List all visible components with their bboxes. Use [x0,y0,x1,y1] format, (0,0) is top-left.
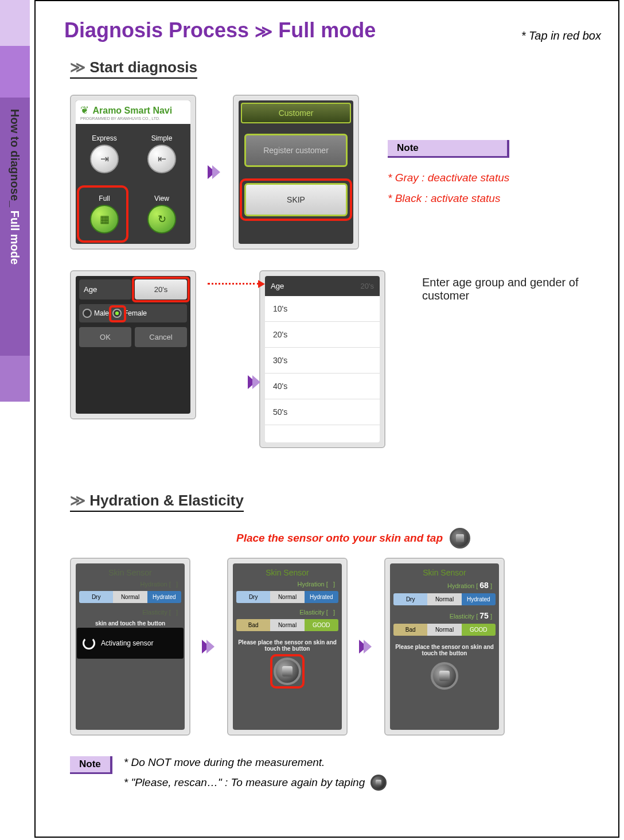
sensor-msg: skin and touch the button [79,620,181,627]
customer-tab[interactable]: Customer [241,103,351,123]
activating-overlay: Activating sensor [77,628,184,659]
flow-arrow-icon [248,375,262,389]
register-customer-button[interactable]: Register customer [244,134,348,167]
flow-arrow-icon [202,640,216,654]
section-hydration-elasticity: ≫ Hydration & Elasticity [70,492,244,512]
highlight-box [132,277,190,302]
side-tab-decoration [0,46,30,98]
hydration-scale: DryNormalHydrated [236,591,338,603]
highlight-box [270,654,305,689]
elasticity-scale: BadNormalGOOD [393,624,496,636]
gender-female[interactable]: Female [112,309,147,318]
age-option[interactable]: 40's [265,374,380,399]
skin-sensor-title: Skin Sensor [79,567,181,578]
sensor-msg: Please place the sensor on skin and touc… [236,639,338,652]
sensor-tap-icon [370,775,387,791]
age-instruction: Enter age group and gender of customer [422,276,583,302]
screenshot-age-gender: Age 20's Male Female OK Cancel [70,270,196,419]
mode-simple[interactable]: Simple⇤ [133,124,190,184]
elasticity-value: 75 [479,611,489,620]
section-start-diagnosis: ≫ Start diagnosis [70,59,197,79]
highlight-box [77,185,128,243]
hydration-scale: DryNormalHydrated [79,591,181,603]
highlight-box [109,305,126,322]
tap-hint: * Tap in red box [521,29,601,42]
side-label: How to diagnose_ Full mode [8,109,21,265]
spinner-icon [83,637,95,650]
app-subtitle: PROGRAMMED BY ARAMHUVIS CO., LTD. [80,116,186,120]
sensor-button[interactable] [274,658,301,685]
mode-full[interactable]: Full▦ [76,184,133,244]
flow-arrow-icon [208,165,221,179]
note-tag: Note [388,140,509,158]
elasticity-scale: BadNormalGOOD [236,619,338,631]
sensor-tap-icon [450,528,470,549]
note-tag: Note [70,756,112,774]
age-option[interactable]: 10's [265,296,380,322]
age-value-button[interactable]: 20's [135,279,187,300]
place-sensor-hint: Place the sensor onto your skin and tap [236,532,443,545]
age-list-dim: 20's [361,282,374,290]
page-title: Diagnosis Process ≫ Full mode [64,18,376,42]
note-black: * Black : activate status [388,192,509,205]
age-label: Age [79,279,131,300]
age-option[interactable]: 20's [265,322,380,348]
leaf-icon: ❦ [80,104,89,116]
screenshot-customer: Customer Register customer SKIP [233,95,359,250]
cancel-button[interactable]: Cancel [135,327,187,347]
mode-view[interactable]: View↻ [133,184,190,244]
side-tab-decoration [0,0,30,46]
app-brand: Aramo Smart Navi [92,106,172,115]
skin-sensor-title: Skin Sensor [393,567,496,578]
note-gray: * Gray : deactivate status [388,172,509,184]
age-list-header: Age [271,282,284,290]
mode-express[interactable]: Express⇥ [76,124,133,184]
screenshot-sensor-result: Skin Sensor Hydration [ 68 ] DryNormalHy… [384,558,505,736]
age-option[interactable]: 30's [265,348,380,374]
screenshot-sensor-activating: Skin Sensor Hydration [ ] DryNormalHydra… [70,558,190,736]
hydration-value: 68 [479,581,489,590]
screenshot-home: ❦ Aramo Smart Navi PROGRAMMED BY ARAMHUV… [70,95,196,250]
side-tab-decoration [0,356,30,402]
skin-sensor-title: Skin Sensor [236,567,338,578]
note-no-move: * Do NOT move during the measurement. [124,756,387,769]
dotted-connector [208,283,259,285]
highlight-box [240,178,352,221]
flow-arrow-icon [359,640,373,654]
hydration-scale: DryNormalHydrated [393,593,496,605]
sensor-msg: Please place the sensor on skin and touc… [393,644,496,656]
page-frame: Diagnosis Process ≫ Full mode * Tap in r… [34,0,619,838]
note-rescan: * "Please, rescan…" : To measure again b… [124,776,365,789]
screenshot-age-list: Age 20's 10's 20's 30's 40's 50's [259,270,385,448]
age-option[interactable]: 50's [265,399,380,425]
sensor-button[interactable] [431,662,458,690]
gender-male[interactable]: Male [83,309,109,318]
ok-button[interactable]: OK [79,327,131,347]
screenshot-sensor-ready: Skin Sensor Hydration [ ] DryNormalHydra… [227,558,348,736]
